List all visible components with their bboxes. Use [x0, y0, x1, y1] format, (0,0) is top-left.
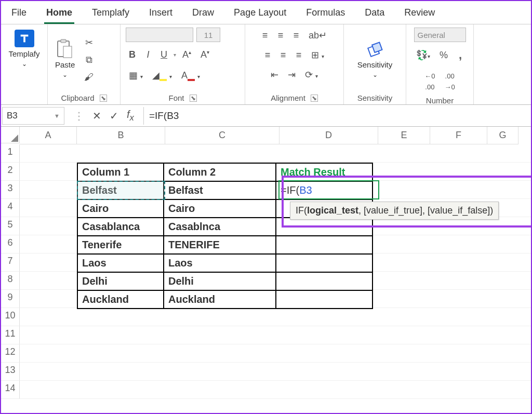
col-header-e[interactable]: E: [378, 127, 430, 144]
tab-formulas[interactable]: Formulas: [304, 4, 347, 24]
tab-home[interactable]: Home: [44, 4, 74, 24]
cell[interactable]: Auckland: [77, 290, 164, 309]
cell[interactable]: [276, 254, 373, 272]
orientation-button[interactable]: ⟳ ▾: [302, 67, 321, 83]
cut-button[interactable]: ✂: [81, 35, 97, 50]
row-header[interactable]: 10: [1, 308, 20, 326]
cell[interactable]: Casablnca: [164, 218, 276, 236]
copy-button[interactable]: ⧉: [81, 52, 97, 68]
cell[interactable]: Casablanca: [77, 218, 164, 236]
cell[interactable]: [276, 290, 373, 309]
fx-button[interactable]: fx: [127, 109, 134, 123]
merge-button[interactable]: ⊞ ▾: [308, 47, 327, 63]
col-header-c[interactable]: C: [165, 127, 280, 144]
cell[interactable]: Belfast: [164, 181, 276, 199]
tab-draw[interactable]: Draw: [190, 4, 216, 24]
increase-font-button[interactable]: A▴: [179, 47, 194, 62]
clipboard-launcher[interactable]: ⬊: [100, 95, 107, 102]
enter-formula-button[interactable]: ✓: [110, 110, 118, 122]
row-header[interactable]: 13: [1, 363, 20, 381]
tab-insert[interactable]: Insert: [147, 4, 175, 24]
cell[interactable]: Auckland: [164, 290, 276, 309]
cell[interactable]: Delhi: [77, 272, 164, 290]
borders-button[interactable]: ▦ ▾: [126, 68, 146, 83]
tab-data[interactable]: Data: [363, 4, 387, 24]
col-header-f[interactable]: F: [430, 127, 487, 144]
row-header[interactable]: 5: [1, 217, 20, 235]
row-header[interactable]: 11: [1, 326, 20, 344]
font-size-select[interactable]: [196, 28, 220, 42]
table-header[interactable]: Column 2: [164, 163, 276, 181]
cell[interactable]: Cairo: [77, 199, 164, 218]
cell[interactable]: Delhi: [164, 272, 276, 290]
align-right-button[interactable]: ≡: [292, 48, 305, 63]
row-header[interactable]: 1: [1, 144, 20, 163]
decrease-indent-button[interactable]: ⇤: [268, 67, 282, 83]
cell[interactable]: Laos: [164, 254, 276, 272]
align-middle-button[interactable]: ≡: [274, 28, 287, 43]
bold-button[interactable]: B: [126, 47, 139, 62]
font-launcher[interactable]: ⬊: [190, 95, 197, 102]
col-header-g[interactable]: G: [487, 127, 518, 144]
table-header[interactable]: Column 1: [77, 163, 164, 181]
align-bottom-button[interactable]: ≡: [290, 28, 302, 43]
paste-button[interactable]: Paste ⌄: [53, 38, 77, 81]
col-header-a[interactable]: A: [20, 127, 77, 144]
tab-templafy[interactable]: Templafy: [90, 4, 131, 24]
percent-button[interactable]: %: [436, 48, 451, 63]
row-header[interactable]: 12: [1, 344, 20, 363]
wrap-text-button[interactable]: ab↵: [305, 28, 330, 43]
underline-button[interactable]: U: [157, 47, 170, 62]
comma-button[interactable]: ,: [454, 46, 467, 64]
tab-page-layout[interactable]: Page Layout: [232, 4, 288, 24]
cell-grid[interactable]: Column 1 Column 2 Match Result Belfast B…: [20, 144, 531, 399]
cell[interactable]: Belfast: [77, 181, 164, 199]
font-color-button[interactable]: A ▾: [178, 68, 203, 83]
cell[interactable]: Tenerife: [77, 236, 164, 254]
cell[interactable]: [276, 236, 373, 254]
cell[interactable]: TENERIFE: [164, 236, 276, 254]
ribbon: Templafy ⌄ Paste ⌄ ✂ ⧉ 🖌 Clipboard⬊: [1, 24, 531, 105]
col-header-d[interactable]: D: [280, 127, 378, 144]
italic-button[interactable]: I: [142, 47, 154, 62]
formula-bar[interactable]: =IF(B3: [143, 107, 531, 125]
cell[interactable]: Laos: [77, 254, 164, 272]
align-top-button[interactable]: ≡: [259, 28, 271, 43]
number-format-select[interactable]: [414, 28, 466, 42]
row-header[interactable]: 2: [1, 163, 20, 181]
row-header[interactable]: 14: [1, 381, 20, 399]
cancel-formula-button[interactable]: ✕: [92, 110, 101, 122]
decrease-font-button[interactable]: A▾: [197, 47, 212, 62]
col-header-b[interactable]: B: [77, 127, 165, 144]
row-header[interactable]: 6: [1, 235, 20, 253]
table-header[interactable]: Match Result: [276, 163, 373, 181]
increase-indent-button[interactable]: ⇥: [285, 67, 299, 83]
alignment-launcher[interactable]: ⬊: [311, 95, 318, 102]
ribbon-tabs: File Home Templafy Insert Draw Page Layo…: [1, 1, 531, 24]
cell[interactable]: [276, 272, 373, 290]
align-center-button[interactable]: ≡: [277, 48, 289, 63]
format-painter-button[interactable]: 🖌: [81, 70, 97, 85]
cell[interactable]: [276, 218, 373, 236]
row-header[interactable]: 4: [1, 199, 20, 217]
sensitivity-button[interactable]: Sensitivity ⌄: [355, 38, 395, 81]
row-header[interactable]: 9: [1, 290, 20, 308]
increase-decimal-button[interactable]: ←0.00: [421, 68, 438, 94]
cell-editing[interactable]: =IF(B3: [276, 181, 373, 199]
accounting-format-button[interactable]: 💱▾: [413, 47, 433, 63]
row-header[interactable]: 3: [1, 181, 20, 199]
templafy-button[interactable]: Templafy ⌄: [6, 28, 42, 70]
row-header[interactable]: 8: [1, 272, 20, 290]
font-name-select[interactable]: [126, 28, 193, 42]
decrease-decimal-button[interactable]: .00→0: [442, 68, 458, 94]
tab-review[interactable]: Review: [402, 4, 437, 24]
alignment-group-label: Alignment: [271, 94, 305, 102]
row-header[interactable]: 7: [1, 253, 20, 272]
formula-tooltip[interactable]: IF(logical_test, [value_if_true], [value…: [290, 202, 499, 220]
fill-color-button[interactable]: ◢ ▾: [149, 68, 175, 83]
name-box[interactable]: B3▼: [2, 107, 64, 125]
select-all-corner[interactable]: [1, 127, 20, 143]
cell[interactable]: Cairo: [164, 199, 276, 218]
tab-file[interactable]: File: [9, 4, 29, 24]
align-left-button[interactable]: ≡: [261, 48, 274, 63]
